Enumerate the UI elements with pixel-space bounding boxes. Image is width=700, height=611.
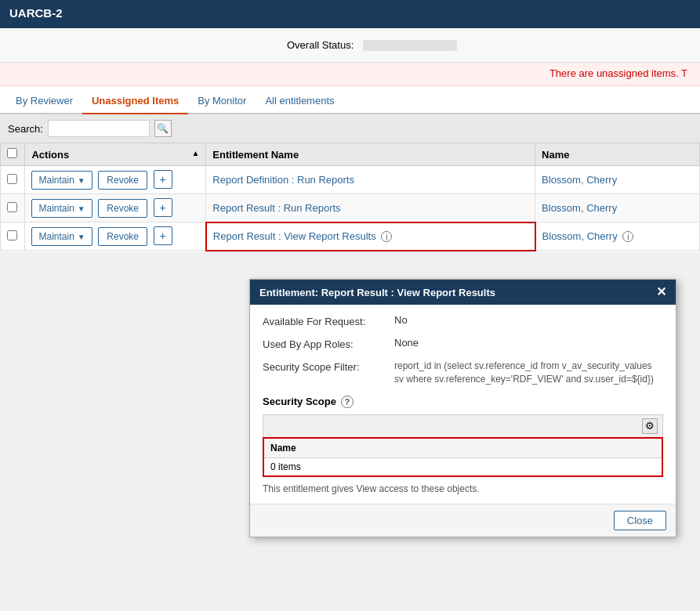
row1-revoke-button[interactable]: Revoke (98, 171, 147, 190)
modal-title: Entitlement: Report Result : View Report… (259, 287, 495, 298)
row3-checkbox[interactable] (7, 230, 17, 240)
modal-body: Available For Request: No Used By App Ro… (250, 305, 676, 504)
row1-name-cell: Blossom, Cherry (535, 166, 700, 194)
row1-add-button[interactable]: + (154, 170, 172, 189)
row2-revoke-button[interactable]: Revoke (98, 199, 147, 218)
sort-icon: ▲ (191, 149, 199, 157)
search-button[interactable]: 🔍 (154, 120, 172, 137)
row2-add-button[interactable]: + (154, 198, 172, 217)
table-row: Maintain ▼ Revoke + Report Result : Run … (1, 194, 700, 222)
tab-by-monitor[interactable]: By Monitor (188, 89, 256, 114)
modal-row-available: Available For Request: No (263, 314, 663, 327)
row2-name-cell: Blossom, Cherry (535, 194, 700, 222)
security-scope-title: Security Scope ? (263, 396, 663, 408)
search-input[interactable] (48, 120, 150, 137)
gear-button[interactable]: ⚙ (642, 418, 658, 434)
tab-all-entitlements[interactable]: All entitlements (256, 89, 343, 114)
modal-row-app-roles: Used By App Roles: None (263, 337, 663, 350)
maintain-dropdown-arrow: ▼ (78, 233, 85, 241)
modal-header: Entitlement: Report Result : View Report… (250, 280, 676, 305)
available-label: Available For Request: (263, 314, 388, 327)
close-button[interactable]: Close (614, 511, 666, 530)
header-title: UARCB-2 (9, 6, 63, 20)
row3-name-cell: Blossom, Cherry i (535, 222, 700, 251)
available-value: No (394, 314, 663, 326)
col-header-name: Name (535, 143, 700, 166)
status-label: Overall Status: (287, 39, 354, 51)
warning-text: There are unassigned items. T (549, 67, 687, 79)
search-bar: Search: 🔍 (0, 114, 700, 143)
app-roles-label: Used By App Roles: (263, 337, 388, 350)
row1-entitlement-link[interactable]: Report Definition : Run Reports (212, 174, 354, 186)
row2-maintain-button[interactable]: Maintain ▼ (31, 199, 92, 218)
warning-bar: There are unassigned items. T (0, 63, 700, 86)
inner-table-toolbar: ⚙ (263, 414, 663, 437)
row2-checkbox-cell (1, 194, 25, 222)
maintain-dropdown-arrow: ▼ (78, 204, 85, 213)
items-count: 0 items (270, 461, 301, 472)
row3-checkbox-cell (1, 222, 25, 251)
inner-table: Name 0 items (263, 437, 663, 477)
row3-name-info-icon[interactable]: i (622, 231, 633, 242)
select-all-checkbox[interactable] (7, 148, 17, 158)
row1-checkbox-cell (1, 166, 25, 194)
row1-actions-cell: Maintain ▼ Revoke + (25, 166, 206, 194)
row2-entitlement-link[interactable]: Report Result : Run Reports (212, 202, 340, 214)
row3-revoke-button[interactable]: Revoke (98, 227, 147, 246)
page-header: UARCB-2 (0, 0, 700, 28)
items-count-cell: 0 items (263, 457, 662, 476)
row1-maintain-button[interactable]: Maintain ▼ (31, 171, 92, 190)
app-roles-value: None (394, 337, 663, 349)
modal-footer: Close (250, 504, 676, 537)
modal-close-button[interactable]: ✕ (656, 286, 666, 298)
row2-entitlement-cell: Report Result : Run Reports (206, 194, 535, 222)
inner-table-empty-row: 0 items (263, 457, 662, 476)
tab-by-reviewer[interactable]: By Reviewer (6, 89, 82, 114)
row3-actions-cell: Maintain ▼ Revoke + (25, 222, 206, 251)
row3-entitlement-link[interactable]: Report Result : View Report Results (213, 230, 376, 242)
row2-name-link[interactable]: Blossom, Cherry (542, 202, 617, 214)
row1-checkbox[interactable] (7, 174, 17, 184)
row2-actions-cell: Maintain ▼ Revoke + (25, 194, 206, 222)
security-scope-help-icon[interactable]: ? (341, 396, 354, 408)
table-row: Maintain ▼ Revoke + Report Definition : … (1, 166, 700, 194)
row1-name-link[interactable]: Blossom, Cherry (542, 174, 617, 186)
row3-maintain-button[interactable]: Maintain ▼ (31, 227, 92, 246)
row3-name-link[interactable]: Blossom, Cherry (542, 230, 618, 242)
status-progress-bar (363, 40, 457, 51)
col-header-checkbox (1, 143, 25, 166)
scope-filter-value: report_id in (select sv.reference_id fro… (394, 360, 663, 386)
row3-info-icon[interactable]: i (381, 231, 392, 242)
col-header-actions: Actions ▲ (25, 143, 206, 166)
status-bar: Overall Status: (0, 28, 700, 63)
table-row: Maintain ▼ Revoke + Report Result : View… (1, 222, 700, 251)
scope-filter-label: Security Scope Filter: (263, 360, 388, 373)
inner-col-header-name: Name (263, 438, 662, 458)
row2-checkbox[interactable] (7, 202, 17, 212)
entitlement-modal: Entitlement: Report Result : View Report… (249, 279, 676, 537)
modal-row-scope-filter: Security Scope Filter: report_id in (sel… (263, 360, 663, 386)
tabs-bar: By Reviewer Unassigned Items By Monitor … (0, 86, 700, 114)
search-label: Search: (8, 123, 43, 135)
tab-unassigned-items[interactable]: Unassigned Items (82, 89, 188, 114)
main-table: Actions ▲ Entitlement Name Name M (0, 143, 700, 251)
row1-entitlement-cell: Report Definition : Run Reports (206, 166, 535, 194)
entitlement-note: This entitlement gives View access to th… (263, 483, 663, 494)
row3-entitlement-cell: Report Result : View Report Results i (206, 222, 535, 251)
maintain-dropdown-arrow: ▼ (78, 176, 85, 185)
main-table-container: Actions ▲ Entitlement Name Name M (0, 143, 700, 251)
col-header-entitlement: Entitlement Name (206, 143, 535, 166)
row3-add-button[interactable]: + (154, 226, 172, 245)
